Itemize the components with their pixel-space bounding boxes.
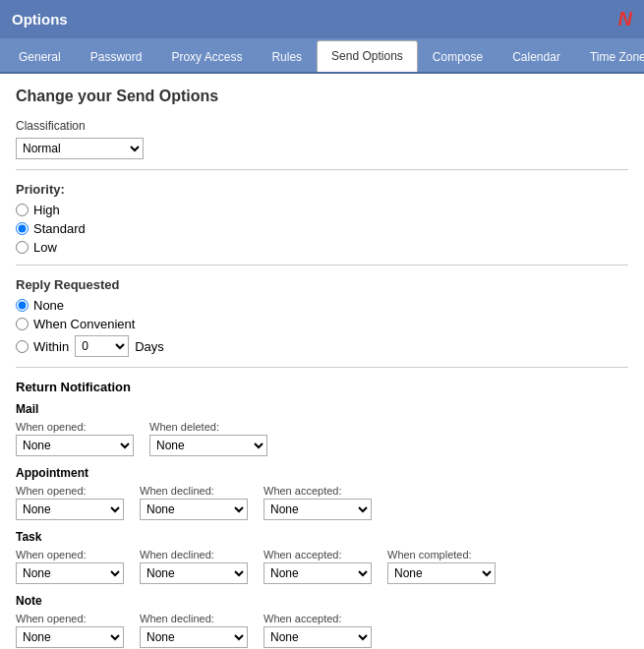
priority-section: Priority: High Standard Low bbox=[16, 182, 628, 255]
reply-convenient-radio[interactable] bbox=[16, 318, 29, 330]
tab-password[interactable]: Password bbox=[76, 41, 157, 72]
priority-standard-option[interactable]: Standard bbox=[16, 221, 628, 236]
note-when-accepted-label: When accepted: bbox=[263, 613, 372, 624]
note-when-declined-select[interactable]: None Notify me bbox=[140, 626, 248, 648]
note-when-declined-field: When declined: None Notify me bbox=[140, 613, 248, 648]
task-when-completed-select[interactable]: None Notify me bbox=[387, 562, 496, 584]
days-label: Days bbox=[135, 339, 164, 354]
reply-none-radio[interactable] bbox=[16, 299, 29, 312]
note-when-opened-label: When opened: bbox=[16, 613, 124, 624]
content-area: Change your Send Options Classification … bbox=[0, 74, 644, 649]
mail-when-deleted-label: When deleted: bbox=[149, 421, 267, 433]
priority-label: Priority: bbox=[16, 182, 628, 197]
appt-when-opened-label: When opened: bbox=[16, 485, 124, 497]
priority-low-label: Low bbox=[33, 240, 57, 255]
title-bar: Options N bbox=[0, 0, 644, 38]
priority-high-radio[interactable] bbox=[16, 204, 29, 216]
appointment-row: When opened: None Notify me When decline… bbox=[16, 485, 628, 520]
tab-bar: General Password Proxy Access Rules Send… bbox=[0, 38, 644, 74]
task-when-declined-select[interactable]: None Notify me bbox=[140, 562, 248, 584]
return-notification-section: Return Notification Mail When opened: No… bbox=[16, 380, 628, 648]
appointment-section: Appointment When opened: None Notify me … bbox=[16, 466, 628, 520]
priority-high-label: High bbox=[33, 203, 60, 217]
task-when-opened-field: When opened: None Notify me bbox=[16, 549, 124, 584]
appt-when-accepted-field: When accepted: None Notify me bbox=[263, 485, 372, 520]
tab-calendar[interactable]: Calendar bbox=[498, 41, 575, 72]
note-when-accepted-field: When accepted: None Notify me bbox=[263, 613, 372, 648]
reply-none-option[interactable]: None bbox=[16, 298, 628, 313]
task-when-accepted-label: When accepted: bbox=[263, 549, 372, 560]
mail-when-opened-label: When opened: bbox=[16, 421, 134, 433]
task-when-declined-label: When declined: bbox=[140, 549, 248, 560]
task-when-completed-field: When completed: None Notify me bbox=[387, 549, 496, 584]
task-row: When opened: None Notify me When decline… bbox=[16, 549, 628, 584]
reply-none-label: None bbox=[33, 298, 64, 313]
reply-requested-label: Reply Requested bbox=[16, 277, 628, 292]
reply-within-row: Within 0 1 2 3 5 7 Days bbox=[16, 335, 628, 357]
task-section: Task When opened: None Notify me When de… bbox=[16, 530, 628, 584]
appointment-label: Appointment bbox=[16, 466, 628, 480]
task-when-accepted-select[interactable]: None Notify me bbox=[263, 562, 372, 584]
reply-convenient-option[interactable]: When Convenient bbox=[16, 317, 628, 331]
appt-when-opened-field: When opened: None Notify me bbox=[16, 485, 124, 520]
tab-proxy-access[interactable]: Proxy Access bbox=[156, 41, 257, 72]
reply-within-label: Within bbox=[33, 339, 69, 354]
classification-section: Classification Normal Confidential Secre… bbox=[16, 119, 628, 159]
tab-general[interactable]: General bbox=[4, 41, 76, 72]
priority-low-radio[interactable] bbox=[16, 241, 29, 254]
task-label: Task bbox=[16, 530, 628, 544]
task-when-opened-label: When opened: bbox=[16, 549, 124, 560]
within-days-select[interactable]: 0 1 2 3 5 7 bbox=[75, 335, 129, 357]
reply-requested-section: Reply Requested None When Convenient Wit… bbox=[16, 277, 628, 357]
priority-radio-group: High Standard Low bbox=[16, 203, 628, 255]
classification-label: Classification bbox=[16, 119, 628, 133]
priority-low-option[interactable]: Low bbox=[16, 240, 628, 255]
app-title: Options bbox=[12, 11, 68, 28]
note-section: Note When opened: None Notify me When de… bbox=[16, 594, 628, 648]
tab-time-zone[interactable]: Time Zone bbox=[575, 41, 644, 72]
task-when-opened-select[interactable]: None Notify me bbox=[16, 562, 124, 584]
mail-when-deleted-select[interactable]: None Notify me bbox=[149, 435, 267, 456]
mail-label: Mail bbox=[16, 402, 628, 416]
task-when-declined-field: When declined: None Notify me bbox=[140, 549, 248, 584]
priority-standard-label: Standard bbox=[33, 221, 86, 236]
tab-compose[interactable]: Compose bbox=[418, 41, 498, 72]
mail-row: When opened: None Notify me When deleted… bbox=[16, 421, 628, 456]
note-when-declined-label: When declined: bbox=[140, 613, 248, 624]
priority-high-option[interactable]: High bbox=[16, 203, 628, 217]
task-when-completed-label: When completed: bbox=[387, 549, 496, 560]
tab-send-options[interactable]: Send Options bbox=[317, 40, 418, 72]
reply-convenient-label: When Convenient bbox=[33, 317, 135, 331]
note-label: Note bbox=[16, 594, 628, 608]
note-when-opened-field: When opened: None Notify me bbox=[16, 613, 124, 648]
mail-when-opened-select[interactable]: None Notify me bbox=[16, 435, 134, 456]
reply-within-radio[interactable] bbox=[16, 340, 29, 353]
task-when-accepted-field: When accepted: None Notify me bbox=[263, 549, 372, 584]
reply-within-option[interactable]: Within bbox=[16, 339, 69, 354]
app-logo: N bbox=[618, 8, 632, 30]
mail-when-deleted-field: When deleted: None Notify me bbox=[149, 421, 267, 456]
page-title: Change your Send Options bbox=[16, 88, 628, 105]
return-notification-title: Return Notification bbox=[16, 380, 628, 394]
note-row: When opened: None Notify me When decline… bbox=[16, 613, 628, 648]
appt-when-declined-label: When declined: bbox=[140, 485, 248, 497]
appt-when-accepted-label: When accepted: bbox=[263, 485, 372, 497]
priority-standard-radio[interactable] bbox=[16, 222, 29, 235]
classification-select[interactable]: Normal Confidential Secret Top Secret bbox=[16, 138, 144, 159]
mail-when-opened-field: When opened: None Notify me bbox=[16, 421, 134, 456]
appt-when-declined-field: When declined: None Notify me bbox=[140, 485, 248, 520]
appt-when-declined-select[interactable]: None Notify me bbox=[140, 499, 248, 520]
divider-2 bbox=[16, 265, 628, 266]
appt-when-accepted-select[interactable]: None Notify me bbox=[263, 499, 372, 520]
tab-rules[interactable]: Rules bbox=[257, 41, 317, 72]
note-when-accepted-select[interactable]: None Notify me bbox=[263, 626, 372, 648]
divider-3 bbox=[16, 367, 628, 368]
divider-1 bbox=[16, 169, 628, 170]
appt-when-opened-select[interactable]: None Notify me bbox=[16, 499, 124, 520]
note-when-opened-select[interactable]: None Notify me bbox=[16, 626, 124, 648]
mail-section: Mail When opened: None Notify me When de… bbox=[16, 402, 628, 456]
reply-requested-radio-group: None When Convenient Within 0 1 2 3 5 7 bbox=[16, 298, 628, 357]
